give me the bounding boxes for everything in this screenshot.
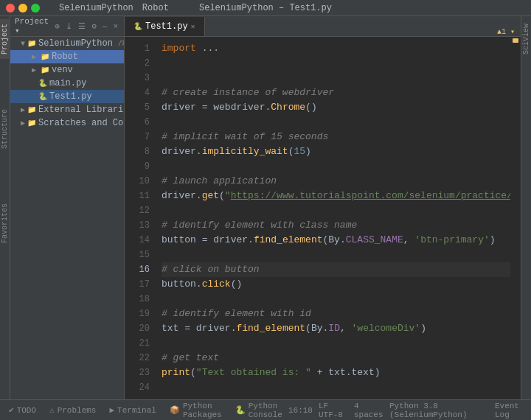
- line-12: 12: [125, 203, 156, 218]
- code-line-9: [162, 159, 510, 174]
- tree-label-venv: venv: [52, 65, 73, 75]
- left-tab-structure[interactable]: Structure: [0, 105, 10, 153]
- right-tab-sciview[interactable]: SciView: [521, 19, 531, 59]
- line-numbers: 1 2 3 4 5 6 7 8 9 10 11 12 13 14 15 16 1…: [125, 37, 156, 399]
- terminal-icon: ▶: [109, 405, 114, 415]
- python-packages-label: Python Packages: [183, 402, 222, 419]
- code-line-22: # get text: [162, 351, 510, 365]
- code-line-6: [162, 115, 510, 130]
- expand-icon-venv: ▶: [30, 66, 38, 74]
- bottom-tab-problems[interactable]: ⚠ Problems: [44, 399, 102, 421]
- code-line-23: print("Text obtained is: " + txt.text): [162, 365, 510, 380]
- nav-items: SeleniumPython Robot: [59, 3, 169, 13]
- line-13: 13: [125, 218, 156, 233]
- expand-icon: ▼: [21, 40, 25, 48]
- file-icon-test1: 🐍: [38, 92, 47, 101]
- left-panel-tabs: Project Structure Favorites: [0, 16, 10, 399]
- python-console-label: Python Console: [249, 402, 282, 419]
- todo-icon: ✔: [9, 405, 14, 415]
- scroll-gutter[interactable]: [510, 37, 521, 399]
- code-line-4: # create instance of webdriver: [162, 85, 510, 100]
- python-packages-icon: 📦: [170, 405, 180, 415]
- status-bar-right: 16:18 LF UTF-8 4 spaces Python 3.8 (Sele…: [288, 402, 528, 419]
- sidebar-project-label[interactable]: Project ▾: [15, 17, 51, 35]
- line-8: 8: [125, 144, 156, 159]
- problems-label: Problems: [58, 406, 97, 415]
- sidebar-icon-3[interactable]: ☰: [77, 21, 87, 32]
- line-19: 19: [125, 307, 156, 321]
- line-23: 23: [125, 365, 156, 380]
- sidebar: Project ▾ ⊕ ⤓ ☰ ⚙ — × ▼ 📁 SeleniumPython…: [10, 16, 125, 399]
- status-time: 16:18: [288, 406, 313, 415]
- event-log-label[interactable]: Event Log: [495, 402, 528, 419]
- left-tab-favorites[interactable]: Favorites: [0, 199, 10, 248]
- bottom-tabs: ✔ TODO ⚠ Problems ▶ Terminal 📦 Python Pa…: [3, 399, 288, 421]
- sidebar-header: Project ▾ ⊕ ⤓ ☰ ⚙ — ×: [10, 16, 124, 37]
- code-content[interactable]: import ... # create instance of webdrive…: [156, 37, 510, 399]
- tree-item-robot[interactable]: ▶ 📁 Robot: [10, 50, 124, 63]
- bottom-tab-python-packages[interactable]: 📦 Python Packages: [164, 399, 228, 421]
- tree-item-scratches[interactable]: ▶ 📁 Scratches and Consoles: [10, 116, 124, 130]
- close-button[interactable]: [6, 4, 15, 13]
- code-line-2: [162, 56, 510, 71]
- line-17: 17: [125, 277, 156, 292]
- tree-label-main: main.py: [49, 78, 86, 88]
- maximize-button[interactable]: [31, 4, 40, 13]
- pycharm-label: /PyCharmPro: [118, 40, 124, 48]
- sidebar-icon-6[interactable]: ×: [111, 21, 119, 32]
- folder-icon-scratch: 📁: [27, 119, 36, 127]
- bottom-tab-todo[interactable]: ✔ TODO: [3, 399, 42, 421]
- line-11: 11: [125, 189, 156, 203]
- warning-area: ▲1 ▾: [497, 27, 521, 36]
- sidebar-icon-4[interactable]: ⚙: [90, 21, 98, 32]
- code-line-18: [162, 292, 510, 307]
- expand-icon-ext: ▶: [21, 105, 25, 114]
- editor-area: 🐍 Test1.py ✕ ▲1 ▾ 1 2 3 4 5 6 7 8 9: [125, 16, 521, 399]
- nav-robot[interactable]: Robot: [142, 3, 169, 13]
- code-line-14: button = driver.find_element(By.CLASS_NA…: [162, 233, 510, 248]
- warning-badge[interactable]: ▲1 ▾: [497, 27, 515, 36]
- todo-label: TODO: [17, 406, 36, 415]
- line-21: 21: [125, 336, 156, 351]
- sidebar-icon-1[interactable]: ⊕: [54, 21, 62, 32]
- folder-icon-robot: 📁: [41, 52, 49, 61]
- code-line-17: button.click(): [162, 277, 510, 292]
- line-22: 22: [125, 351, 156, 365]
- right-panel-tabs: SciView: [521, 16, 531, 399]
- tabs-bar: 🐍 Test1.py ✕ ▲1 ▾: [125, 16, 521, 37]
- sidebar-icon-5[interactable]: —: [101, 21, 109, 32]
- line-18: 18: [125, 292, 156, 307]
- tree-item-test1-py[interactable]: 🐍 Test1.py: [10, 90, 124, 103]
- tree-item-venv[interactable]: ▶ 📁 venv: [10, 63, 124, 77]
- code-editor[interactable]: 1 2 3 4 5 6 7 8 9 10 11 12 13 14 15 16 1…: [125, 37, 521, 399]
- tree-item-main-py[interactable]: 🐍 main.py: [10, 77, 124, 90]
- tab-test1[interactable]: 🐍 Test1.py ✕: [125, 17, 205, 36]
- problems-icon: ⚠: [49, 405, 55, 415]
- code-line-7: # implicit wait of 15 seconds: [162, 130, 510, 144]
- bottom-tab-python-console[interactable]: 🐍 Python Console: [229, 399, 288, 421]
- window-title: SeleniumPython – Test1.py: [199, 3, 332, 13]
- folder-icon-ext: 📁: [27, 105, 36, 114]
- line-1: 1: [125, 41, 156, 56]
- status-python-ver[interactable]: Python 3.8 (SeleniumPython): [389, 402, 489, 419]
- tree-label: SeleniumPython: [38, 38, 113, 49]
- line-6: 6: [125, 115, 156, 130]
- line-9: 9: [125, 159, 156, 174]
- tree-item-seleniumPython[interactable]: ▼ 📁 SeleniumPython /PyCharmPro: [10, 37, 124, 50]
- code-line-21: [162, 336, 510, 351]
- tab-close-button[interactable]: ✕: [191, 22, 195, 31]
- nav-selenium[interactable]: SeleniumPython: [59, 3, 133, 13]
- expand-icon-robot: ▶: [30, 52, 38, 61]
- status-indent: 4 spaces: [354, 402, 384, 419]
- code-line-1: import ...: [162, 41, 510, 56]
- code-line-13: # identify element with class name: [162, 218, 510, 233]
- tree-label-scratch: Scratches and Consoles: [38, 118, 124, 128]
- minimize-button[interactable]: [18, 4, 27, 13]
- line-16: 16: [125, 262, 156, 277]
- scroll-marker: [513, 38, 518, 43]
- sidebar-icon-2[interactable]: ⤓: [64, 21, 74, 32]
- tree-item-ext-libs[interactable]: ▶ 📁 External Libraries: [10, 103, 124, 116]
- bottom-tab-terminal[interactable]: ▶ Terminal: [103, 399, 162, 421]
- left-tab-project[interactable]: Project: [0, 19, 10, 59]
- folder-icon: 📁: [27, 39, 36, 48]
